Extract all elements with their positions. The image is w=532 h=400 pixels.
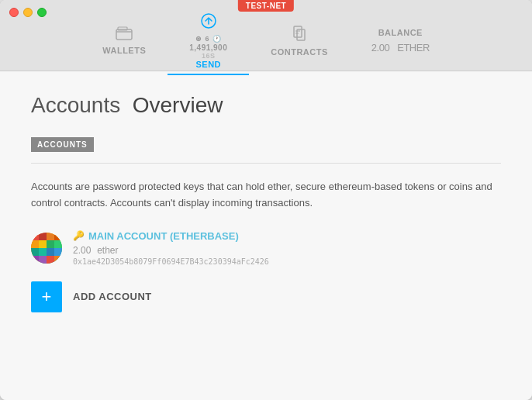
account-info: 🔑 MAIN ACCOUNT (ETHERBASE) 2.00 ether 0x… <box>73 230 269 266</box>
tab-send[interactable]: ⊛ 6 🕐 1,491,900 16s SEND <box>168 8 249 75</box>
title-bar: TEST-NET WALLETS <box>0 0 532 71</box>
sync-time: 16s <box>202 52 216 60</box>
page-title-part1: Accounts <box>31 93 120 117</box>
add-account-label: ADD ACCOUNT <box>73 291 152 302</box>
contracts-label: CONTRACTS <box>271 47 328 57</box>
wallet-icon <box>116 26 133 44</box>
maximize-button[interactable] <box>37 8 47 17</box>
contracts-icon <box>291 25 308 46</box>
traffic-lights <box>0 0 56 17</box>
balance-section: BALANCE 2.00 ETHER <box>350 23 451 60</box>
minimize-button[interactable] <box>23 8 33 17</box>
send-label: SEND <box>195 60 221 69</box>
tab-wallets[interactable]: WALLETS <box>81 22 168 61</box>
svg-rect-3 <box>294 26 302 37</box>
peers-count: 6 <box>205 35 209 43</box>
close-button[interactable] <box>9 8 19 17</box>
network-stats: ⊛ 6 🕐 <box>195 35 222 43</box>
balance-number: 2.00 <box>371 42 389 53</box>
account-name[interactable]: 🔑 MAIN ACCOUNT (ETHERBASE) <box>73 230 269 242</box>
clock-icon: 🕐 <box>212 35 222 43</box>
account-item: 🔑 MAIN ACCOUNT (ETHERBASE) 2.00 ether 0x… <box>31 230 501 266</box>
peers-icon: ⊛ <box>195 35 202 43</box>
avatar <box>31 233 62 264</box>
page-title: Accounts Overview <box>31 93 501 118</box>
main-content: Accounts Overview ACCOUNTS Accounts are … <box>0 71 532 400</box>
svg-rect-0 <box>116 29 132 40</box>
balance-unit: ETHER <box>397 42 430 53</box>
balance-label: BALANCE <box>378 28 423 37</box>
divider <box>31 163 501 164</box>
section-header: ACCOUNTS <box>31 137 94 152</box>
wallets-label: WALLETS <box>102 46 146 55</box>
tab-contracts[interactable]: CONTRACTS <box>249 20 350 63</box>
account-name-text: MAIN ACCOUNT (ETHERBASE) <box>88 230 239 242</box>
avatar-mosaic <box>31 233 62 264</box>
key-icon: 🔑 <box>73 230 85 241</box>
add-btn-square: + <box>31 281 62 312</box>
app-window: TEST-NET WALLETS <box>0 0 532 400</box>
svg-rect-1 <box>118 27 127 30</box>
account-balance-value: 2.00 <box>73 245 91 256</box>
add-account-button[interactable]: + ADD ACCOUNT <box>31 281 501 312</box>
page-title-part2: Overview <box>133 93 223 117</box>
account-address: 0x1ae42D3054b8079Ff0694E7B43c230394aFc24… <box>73 257 269 266</box>
block-number: 1,491,900 <box>189 43 227 52</box>
description-text: Accounts are password protected keys tha… <box>31 179 501 212</box>
balance-value: 2.00 ETHER <box>371 37 430 55</box>
account-balance-unit: ether <box>97 245 118 256</box>
send-icon <box>200 12 217 33</box>
account-balance: 2.00 ether <box>73 243 269 256</box>
plus-icon: + <box>42 287 52 307</box>
